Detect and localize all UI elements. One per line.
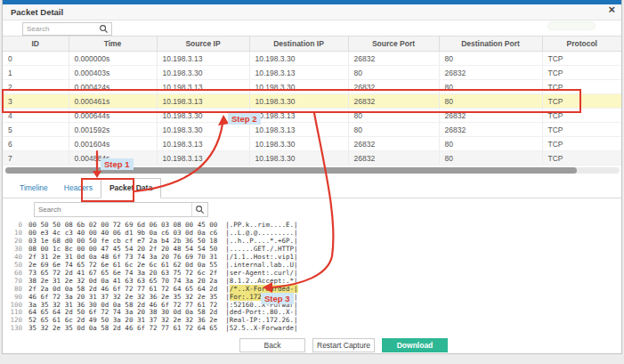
- table-header-row: ID Time Source IP Destination IP Source …: [3, 36, 621, 52]
- table-cell: 3: [3, 94, 69, 109]
- col-header-destination-ip[interactable]: Destination IP: [249, 36, 348, 52]
- table-cell: TCP: [542, 137, 621, 151]
- table-cell: TCP: [542, 109, 621, 123]
- col-header-source-ip[interactable]: Source IP: [157, 36, 249, 52]
- dialog-header: Packet Detail: [3, 4, 621, 20]
- col-header-time[interactable]: Time: [69, 36, 157, 52]
- table-cell: 80: [439, 80, 542, 94]
- tab-bar: Timeline Headers Packet Data: [3, 178, 621, 198]
- close-icon[interactable]: ×: [608, 4, 615, 16]
- table-cell: 80: [439, 52, 542, 66]
- table-cell: 26832: [348, 151, 439, 166]
- table-cell: 0.000403s: [69, 66, 157, 80]
- restart-capture-button[interactable]: Restart Capture: [312, 338, 375, 352]
- table-cell: 5: [3, 123, 69, 137]
- table-cell: 10.198.3.30: [249, 137, 348, 151]
- table-cell: 10.198.3.30: [249, 52, 348, 66]
- table-cell: 0.000424s: [69, 80, 157, 94]
- packet-data-search-button[interactable]: [191, 203, 207, 216]
- packet-table: ID Time Source IP Destination IP Source …: [3, 36, 621, 166]
- table-cell: 0.000461s: [69, 94, 157, 109]
- packet-data-search: [34, 202, 208, 217]
- table-cell: 26832: [439, 123, 542, 137]
- search-input[interactable]: [22, 22, 97, 36]
- tab-headers[interactable]: Headers: [56, 179, 101, 198]
- tab-timeline[interactable]: Timeline: [12, 179, 56, 198]
- table-cell: 10.198.3.30: [249, 151, 348, 166]
- table-row[interactable]: 70.004884s10.198.3.1310.198.3.302683280T…: [3, 151, 621, 166]
- footer-buttons: Back Restart Capture Download: [239, 338, 448, 352]
- search-icon: [99, 24, 109, 34]
- col-header-source-port[interactable]: Source Port: [348, 36, 439, 52]
- table-cell: 0.000644s: [69, 109, 157, 123]
- table-cell: 10.198.3.30: [249, 80, 348, 94]
- scrollbar-thumb[interactable]: [5, 167, 577, 174]
- packet-detail-dialog: Packet Detail × ID Time Source IP Destin…: [2, 0, 622, 354]
- table-cell: 26832: [348, 52, 439, 66]
- table-cell: 80: [439, 94, 542, 109]
- table-cell: 10.198.3.13: [157, 94, 249, 109]
- col-header-id[interactable]: ID: [3, 36, 69, 52]
- table-cell: 80: [439, 137, 542, 151]
- table-cell: TCP: [542, 66, 621, 80]
- table-cell: 10.198.3.13: [157, 52, 249, 66]
- table-row[interactable]: 50.001592s10.198.3.3010.198.3.138026832T…: [3, 123, 621, 137]
- table-cell: 10.198.3.13: [249, 66, 348, 80]
- table-cell: 10.198.3.30: [157, 109, 249, 123]
- table-cell: 80: [348, 66, 439, 80]
- table-cell: 1: [3, 66, 69, 80]
- table-cell: 10.198.3.30: [249, 94, 348, 109]
- table-cell: 10.198.3.13: [249, 109, 348, 123]
- search-icon: [195, 205, 205, 214]
- table-cell: TCP: [542, 94, 621, 109]
- packet-data-search-input[interactable]: [35, 203, 191, 216]
- table-cell: 10.198.3.13: [249, 123, 348, 137]
- table-cell: 80: [439, 151, 542, 166]
- table-cell: 6: [3, 137, 69, 151]
- status-pill: [547, 21, 596, 30]
- table-cell: TCP: [542, 52, 621, 66]
- table-cell: 10.198.3.30: [157, 123, 249, 137]
- table-row[interactable]: 10.000403s10.198.3.3010.198.3.138026832T…: [3, 66, 621, 80]
- hex-dump: 000 50 50 08 6b 02 00 72 69 6d 06 03 08 …: [9, 222, 298, 333]
- table-cell: 26832: [348, 94, 439, 109]
- table-cell: 0.000000s: [69, 52, 157, 66]
- table-cell: 4: [3, 109, 69, 123]
- table-cell: 10.198.3.13: [157, 137, 249, 151]
- table-cell: 26832: [348, 137, 439, 151]
- table-row[interactable]: 30.000461s10.198.3.1310.198.3.302683280T…: [3, 94, 621, 109]
- table-cell: 0.001604s: [69, 137, 157, 151]
- table-cell: 26832: [439, 109, 542, 123]
- table-cell: 0.001592s: [69, 123, 157, 137]
- table-row[interactable]: 60.001604s10.198.3.1310.198.3.302683280T…: [3, 137, 621, 151]
- table-row[interactable]: 40.000644s10.198.3.3010.198.3.138026832T…: [3, 109, 621, 123]
- table-cell: 10.198.3.30: [157, 66, 249, 80]
- table-cell: 80: [348, 123, 439, 137]
- packet-table-body: 00.000000s10.198.3.1310.198.3.302683280T…: [3, 52, 621, 166]
- table-row[interactable]: 00.000000s10.198.3.1310.198.3.302683280T…: [3, 52, 621, 66]
- col-header-destination-port[interactable]: Destination Port: [439, 36, 542, 52]
- table-cell: 0.004884s: [69, 151, 157, 166]
- table-cell: 7: [3, 151, 69, 166]
- back-button[interactable]: Back: [239, 338, 305, 352]
- table-cell: 80: [348, 109, 439, 123]
- table-cell: TCP: [542, 80, 621, 94]
- dialog-title: Packet Detail: [3, 7, 63, 17]
- col-header-protocol[interactable]: Protocol: [542, 36, 621, 52]
- search-button[interactable]: [96, 22, 112, 36]
- table-cell: 26832: [348, 80, 439, 94]
- download-button[interactable]: Download: [382, 338, 448, 352]
- table-cell: 10.198.3.13: [157, 151, 249, 166]
- table-cell: 26832: [439, 66, 542, 80]
- table-cell: TCP: [542, 151, 621, 166]
- table-row[interactable]: 20.000424s10.198.3.1310.198.3.302683280T…: [3, 80, 621, 94]
- horizontal-scrollbar[interactable]: [5, 167, 620, 174]
- tab-packet-data[interactable]: Packet Data: [101, 178, 161, 198]
- table-cell: 0: [3, 52, 69, 66]
- hex-line: 13035 32 2e 35 0d 0a 58 2d 46 6f 72 77 6…: [9, 325, 298, 333]
- table-cell: 2: [3, 80, 69, 94]
- table-cell: 10.198.3.13: [157, 80, 249, 94]
- table-cell: TCP: [542, 123, 621, 137]
